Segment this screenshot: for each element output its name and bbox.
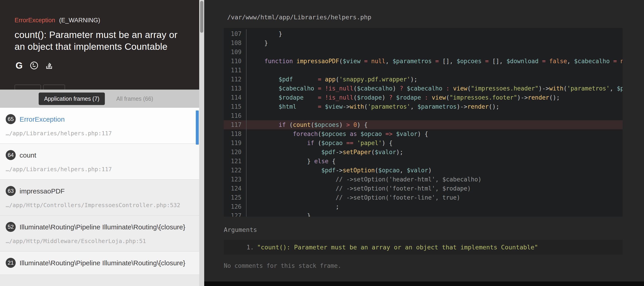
frame-detail-panel: /var/www/html/app/Libraries/helpers.php … bbox=[204, 0, 644, 286]
arguments-list: 1."count(): Parameter must be an array o… bbox=[224, 240, 622, 255]
frame-item-52[interactable]: 52Illuminate\Routing\Pipeline Illuminate… bbox=[0, 216, 199, 252]
comments-empty-text: No comments for this stack frame. bbox=[224, 262, 622, 269]
code-line-115: 115 $html = $view->with('parametros', $p… bbox=[224, 102, 622, 111]
code-line-111: 111 bbox=[224, 66, 622, 75]
frame-head: 65ErrorException bbox=[6, 114, 186, 124]
frame-path: …/app/Libraries/helpers.php:117 bbox=[6, 166, 186, 172]
code-line-121: 121 } else { bbox=[224, 157, 622, 166]
clipped-button-1[interactable] bbox=[14, 84, 41, 90]
code-line-110: 110 function impressaoPDF($view = null, … bbox=[224, 56, 622, 66]
line-number: 123 bbox=[224, 175, 246, 184]
frames-filter-bar: Application frames (7) All frames (66) bbox=[0, 90, 199, 108]
frame-head: 52Illuminate\Routing\Pipeline Illuminate… bbox=[6, 222, 186, 232]
code-line-108: 108 } bbox=[224, 38, 622, 48]
code-line-127: 127 } bbox=[224, 211, 622, 217]
line-number: 121 bbox=[224, 157, 246, 166]
clipped-button-2[interactable] bbox=[43, 84, 65, 90]
search-help-icons: G bbox=[14, 61, 186, 70]
argument-index: 1. bbox=[246, 244, 254, 251]
frames-items: 65ErrorException…/app/Libraries/helpers.… bbox=[0, 108, 199, 275]
exception-header: ErrorException (E_WARNING) count(): Para… bbox=[0, 0, 199, 90]
tab-all-frames[interactable]: All frames (66) bbox=[116, 96, 153, 102]
code-line-109: 109 bbox=[224, 48, 622, 56]
code-line-119: 119 if ($opcao == 'papel') { bbox=[224, 138, 622, 148]
frame-head: 21Illuminate\Routing\Pipeline Illuminate… bbox=[6, 257, 186, 268]
panel-scrollbar-thumb[interactable] bbox=[200, 1, 203, 33]
line-number: 116 bbox=[224, 111, 246, 120]
line-number: 118 bbox=[224, 129, 246, 138]
frame-name: count bbox=[20, 150, 36, 160]
code-line-112: 112 $pdf = app('snappy.pdf.wrapper'); bbox=[224, 75, 622, 84]
frame-name: Illuminate\Routing\Pipeline Illuminate\R… bbox=[20, 257, 185, 268]
argument-value: "count(): Parameter must be an array or … bbox=[257, 244, 538, 251]
frame-item-63[interactable]: 63impressaoPDF…/app/Http/Controllers/Imp… bbox=[0, 180, 199, 216]
exception-message: count(): Parameter must be an array or a… bbox=[14, 29, 184, 53]
line-number: 113 bbox=[224, 84, 246, 93]
argument-row: 1."count(): Parameter must be an array o… bbox=[224, 240, 622, 255]
frame-item-65[interactable]: 65ErrorException…/app/Libraries/helpers.… bbox=[0, 108, 199, 144]
frame-path: …/app/Http/Controllers/ImpressoesControl… bbox=[6, 202, 186, 208]
panel-scrollbar[interactable] bbox=[199, 0, 204, 286]
duckduckgo-search-icon[interactable] bbox=[30, 61, 39, 70]
line-number: 107 bbox=[224, 29, 246, 38]
line-number: 111 bbox=[224, 66, 246, 75]
code-text: ; bbox=[246, 202, 622, 211]
code-text: $pdf->setPaper($valor); bbox=[246, 148, 622, 157]
code-line-120: 120 $pdf->setPaper($valor); bbox=[224, 148, 622, 157]
line-number: 112 bbox=[224, 75, 246, 84]
code-text: $rodape = !is_null($rodape) ? $rodape : … bbox=[246, 93, 622, 102]
line-number: 125 bbox=[224, 193, 246, 202]
code-line-123: 123 // ->setOption('header-html', $cabec… bbox=[224, 175, 622, 184]
line-number: 109 bbox=[224, 48, 246, 56]
code-line-125: 125 // ->setOption('footer-line', true) bbox=[224, 193, 622, 202]
code-text bbox=[246, 66, 622, 75]
code-line-107: 107 } bbox=[224, 29, 622, 38]
line-number: 127 bbox=[224, 211, 246, 217]
code-text: $html = $view->with('parametros', $param… bbox=[246, 102, 622, 111]
line-number: 114 bbox=[224, 93, 246, 102]
code-line-126: 126 ; bbox=[224, 202, 622, 211]
frames-list: 65ErrorException…/app/Libraries/helpers.… bbox=[0, 108, 199, 286]
line-number: 117 bbox=[224, 120, 246, 129]
code-text: } bbox=[246, 29, 622, 38]
line-number: 115 bbox=[224, 102, 246, 111]
google-search-icon[interactable]: G bbox=[14, 61, 24, 70]
line-number: 122 bbox=[224, 166, 246, 175]
frame-path: …/app/Http/Middleware/EscolherLoja.php:5… bbox=[6, 238, 186, 244]
frame-head: 64count bbox=[6, 150, 186, 160]
exception-panel: ErrorException (E_WARNING) count(): Para… bbox=[0, 0, 199, 286]
code-text: foreach($opcoes as $opcao => $valor) { bbox=[246, 129, 622, 138]
whoops-error-page: ErrorException (E_WARNING) count(): Para… bbox=[0, 0, 644, 286]
code-text: // ->setOption('header-html', $cabecalho… bbox=[246, 175, 622, 184]
code-text: $pdf = app('snappy.pdf.wrapper'); bbox=[246, 75, 622, 84]
exception-class-row: ErrorException (E_WARNING) bbox=[14, 17, 186, 24]
frame-item-64[interactable]: 64count…/app/Libraries/helpers.php:117 bbox=[0, 144, 199, 180]
frame-path: …/app/Libraries/helpers.php:117 bbox=[6, 130, 186, 137]
line-number: 108 bbox=[224, 38, 246, 48]
code-line-124: 124 // ->setOption('footer-html', $rodap… bbox=[224, 184, 622, 193]
code-lines: 107 }108 }109110 function impressaoPDF($… bbox=[224, 29, 622, 217]
code-text: // ->setOption('footer-line', true) bbox=[246, 193, 622, 202]
code-line-122: 122 $pdf->setOption($opcao, $valor) bbox=[224, 166, 622, 175]
exception-class: ErrorException bbox=[14, 17, 55, 24]
code-line-117: 117 if (count($opcoes) > 0) { bbox=[224, 120, 622, 129]
tab-application-frames[interactable]: Application frames (7) bbox=[39, 92, 105, 105]
code-text: $pdf->setOption($opcao, $valor) bbox=[246, 166, 622, 175]
frame-name: impressaoPDF bbox=[20, 186, 64, 196]
frame-name: Illuminate\Routing\Pipeline Illuminate\R… bbox=[20, 222, 185, 232]
arguments-title: Arguments bbox=[224, 226, 622, 233]
bottom-bar bbox=[204, 282, 644, 286]
code-text: if ($opcao == 'papel') { bbox=[246, 138, 622, 148]
stackoverflow-search-icon[interactable] bbox=[44, 61, 54, 70]
code-text: $cabecalho = !is_null($cabecalho) ? $cab… bbox=[246, 84, 622, 93]
code-viewer: 107 }108 }109110 function impressaoPDF($… bbox=[224, 28, 622, 217]
code-text bbox=[246, 111, 622, 120]
code-text: } bbox=[246, 211, 622, 217]
code-text: if (count($opcoes) > 0) { bbox=[246, 120, 622, 129]
line-number: 119 bbox=[224, 138, 246, 148]
code-text: function impressaoPDF($view = null, $par… bbox=[246, 56, 622, 66]
code-line-114: 114 $rodape = !is_null($rodape) ? $rodap… bbox=[224, 93, 622, 102]
frame-index-badge: 52 bbox=[6, 222, 16, 232]
frame-item-21[interactable]: 21Illuminate\Routing\Pipeline Illuminate… bbox=[0, 252, 199, 275]
frames-scrollbar-thumb[interactable] bbox=[196, 110, 199, 144]
